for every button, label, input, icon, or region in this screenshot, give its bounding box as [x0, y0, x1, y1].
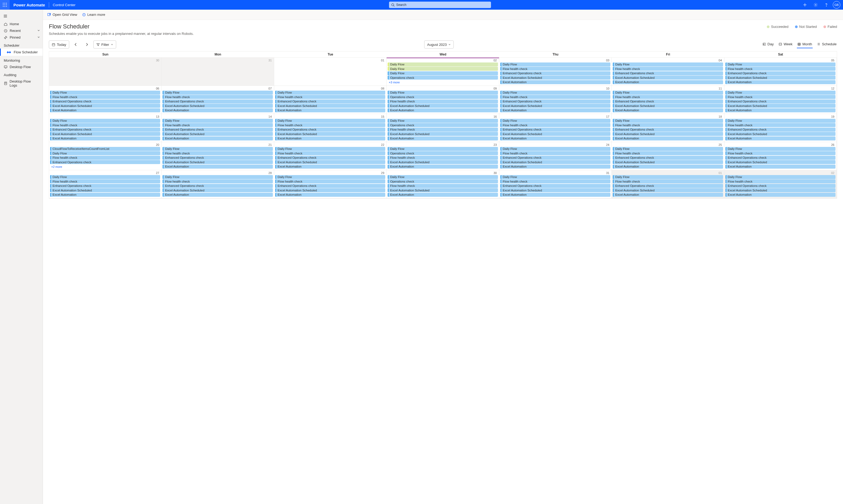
- calendar-event[interactable]: Excel Automation: [613, 137, 723, 141]
- calendar-event[interactable]: Enhanced Operations check: [163, 100, 273, 104]
- calendar-event[interactable]: Daily Flow: [613, 175, 723, 179]
- calendar-event[interactable]: Daily Flow: [725, 91, 836, 95]
- calendar-event[interactable]: Flow health check: [275, 151, 385, 155]
- calendar-cell[interactable]: 02Daily FlowFlow health checkEnhanced Op…: [724, 170, 837, 198]
- calendar-cell[interactable]: 27Daily FlowFlow health checkEnhanced Op…: [49, 170, 161, 198]
- calendar-event[interactable]: Excel Automation: [613, 165, 723, 169]
- calendar-event[interactable]: Daily Flow: [613, 91, 723, 95]
- calendar-event[interactable]: Operations check: [388, 123, 498, 127]
- calendar-event[interactable]: Excel Automation Scheduled: [613, 160, 723, 164]
- calendar-event[interactable]: Daily Flow: [388, 71, 498, 75]
- calendar-event[interactable]: Excel Automation: [163, 165, 273, 169]
- calendar-cell[interactable]: 06Daily FlowFlow health checkEnhanced Op…: [49, 86, 161, 114]
- month-picker[interactable]: August 2023: [424, 40, 454, 49]
- calendar-event[interactable]: Enhanced Operations check: [163, 156, 273, 160]
- calendar-event[interactable]: Enhanced Operations check: [725, 156, 836, 160]
- calendar-event[interactable]: Enhanced Operations check: [500, 128, 610, 132]
- calendar-event[interactable]: Flow health check: [50, 123, 160, 127]
- calendar-event[interactable]: Flow health check: [500, 67, 610, 71]
- calendar-event[interactable]: Excel Automation: [50, 137, 160, 141]
- calendar-event[interactable]: Excel Automation: [388, 137, 498, 141]
- today-button[interactable]: Today: [49, 40, 69, 49]
- calendar-cell[interactable]: 30Daily FlowOperations checkFlow health …: [387, 170, 499, 198]
- more-events-link[interactable]: +3 more: [387, 80, 498, 85]
- nav-toggle-icon[interactable]: [0, 12, 43, 21]
- calendar-event[interactable]: Excel Automation: [500, 108, 610, 112]
- calendar-cell[interactable]: 20CloudFlowToReceiveItemsCountFromListDa…: [49, 142, 161, 170]
- calendar-cell[interactable]: 17Daily FlowFlow health checkEnhanced Op…: [499, 114, 612, 142]
- calendar-event[interactable]: Excel Automation Scheduled: [163, 188, 273, 192]
- calendar-event[interactable]: Excel Automation Scheduled: [500, 188, 610, 192]
- calendar-event[interactable]: Enhanced Operations check: [500, 184, 610, 188]
- calendar-event[interactable]: Excel Automation: [725, 80, 836, 84]
- calendar-event[interactable]: Excel Automation Scheduled: [388, 104, 498, 108]
- calendar-event[interactable]: Excel Automation Scheduled: [613, 104, 723, 108]
- calendar-event[interactable]: Daily Flow: [388, 62, 498, 67]
- calendar-event[interactable]: Flow health check: [725, 67, 836, 71]
- calendar-event[interactable]: Excel Automation Scheduled: [275, 132, 385, 136]
- calendar-cell[interactable]: 14Daily FlowFlow health checkEnhanced Op…: [161, 114, 274, 142]
- calendar-event[interactable]: Flow health check: [50, 95, 160, 99]
- calendar-event[interactable]: Operations check: [388, 76, 498, 79]
- avatar[interactable]: GB: [833, 1, 840, 8]
- calendar-event[interactable]: Enhanced Operations check: [163, 128, 273, 132]
- calendar-event[interactable]: Excel Automation Scheduled: [275, 104, 385, 108]
- calendar-event[interactable]: Enhanced Operations check: [275, 128, 385, 132]
- calendar-cell[interactable]: 07Daily FlowFlow health checkEnhanced Op…: [161, 86, 274, 114]
- settings-icon[interactable]: [811, 1, 820, 9]
- add-icon[interactable]: [801, 1, 809, 9]
- calendar-event[interactable]: Operations check: [388, 95, 498, 99]
- calendar-event[interactable]: Excel Automation Scheduled: [500, 104, 610, 108]
- brand-title[interactable]: Power Automate: [10, 0, 49, 10]
- calendar-event[interactable]: Flow health check: [500, 123, 610, 127]
- calendar-cell[interactable]: 04Daily FlowFlow health checkEnhanced Op…: [612, 58, 724, 86]
- calendar-event[interactable]: Enhanced Operations check: [275, 156, 385, 160]
- calendar-event[interactable]: Excel Automation Scheduled: [500, 132, 610, 136]
- calendar-event[interactable]: Daily Flow: [388, 175, 498, 179]
- calendar-event[interactable]: Daily Flow: [500, 119, 610, 123]
- calendar-event[interactable]: Daily Flow: [725, 175, 836, 179]
- calendar-event[interactable]: Daily Flow: [613, 62, 723, 67]
- calendar-cell[interactable]: 30: [49, 58, 161, 86]
- calendar-event[interactable]: Flow health check: [50, 179, 160, 183]
- calendar-event[interactable]: Flow health check: [725, 95, 836, 99]
- calendar-cell[interactable]: 22Daily FlowFlow health checkEnhanced Op…: [274, 142, 387, 170]
- calendar-cell[interactable]: 16Daily FlowOperations checkFlow health …: [387, 114, 499, 142]
- calendar-event[interactable]: Flow health check: [163, 151, 273, 155]
- calendar-event[interactable]: Flow health check: [613, 123, 723, 127]
- calendar-cell[interactable]: 09Daily FlowOperations checkFlow health …: [387, 86, 499, 114]
- calendar-event[interactable]: Daily Flow: [500, 62, 610, 67]
- calendar-event[interactable]: Flow health check: [50, 156, 160, 160]
- nav-desktop-flow[interactable]: Desktop Flow: [0, 64, 43, 70]
- calendar-event[interactable]: Flow health check: [163, 123, 273, 127]
- calendar-cell[interactable]: 28Daily FlowFlow health checkEnhanced Op…: [161, 170, 274, 198]
- calendar-event[interactable]: Flow health check: [725, 123, 836, 127]
- calendar-event[interactable]: Excel Automation Scheduled: [613, 132, 723, 136]
- calendar-cell[interactable]: 24Daily FlowFlow health checkEnhanced Op…: [499, 142, 612, 170]
- calendar-event[interactable]: Excel Automation Scheduled: [725, 76, 836, 79]
- calendar-event[interactable]: Excel Automation: [613, 80, 723, 84]
- calendar-event[interactable]: Excel Automation Scheduled: [50, 188, 160, 192]
- calendar-cell[interactable]: 01Daily FlowFlow health checkEnhanced Op…: [612, 170, 724, 198]
- calendar-cell[interactable]: 29Daily FlowFlow health checkEnhanced Op…: [274, 170, 387, 198]
- more-events-link[interactable]: +2 more: [50, 165, 161, 169]
- calendar-event[interactable]: Daily Flow: [388, 91, 498, 95]
- calendar-event[interactable]: Flow health check: [275, 123, 385, 127]
- calendar-event[interactable]: Excel Automation: [163, 108, 273, 112]
- calendar-event[interactable]: Enhanced Operations check: [163, 184, 273, 188]
- calendar-event[interactable]: Excel Automation Scheduled: [388, 132, 498, 136]
- calendar-event[interactable]: Flow health check: [275, 95, 385, 99]
- calendar-event[interactable]: Enhanced Operations check: [50, 100, 160, 104]
- calendar-event[interactable]: Daily Flow: [500, 175, 610, 179]
- calendar-event[interactable]: Excel Automation: [163, 193, 273, 197]
- calendar-event[interactable]: Excel Automation: [613, 193, 723, 197]
- calendar-event[interactable]: Flow health check: [613, 95, 723, 99]
- calendar-event[interactable]: Daily Flow: [50, 119, 160, 123]
- nav-desktop-flow-logs[interactable]: Desktop Flow Logs: [0, 78, 43, 89]
- filter-button[interactable]: Filter: [93, 40, 116, 49]
- calendar-event[interactable]: Daily Flow: [500, 147, 610, 151]
- calendar-event[interactable]: Excel Automation: [613, 108, 723, 112]
- calendar-event[interactable]: Flow health check: [500, 95, 610, 99]
- calendar-event[interactable]: Daily Flow: [50, 91, 160, 95]
- calendar-event[interactable]: Excel Automation: [275, 165, 385, 169]
